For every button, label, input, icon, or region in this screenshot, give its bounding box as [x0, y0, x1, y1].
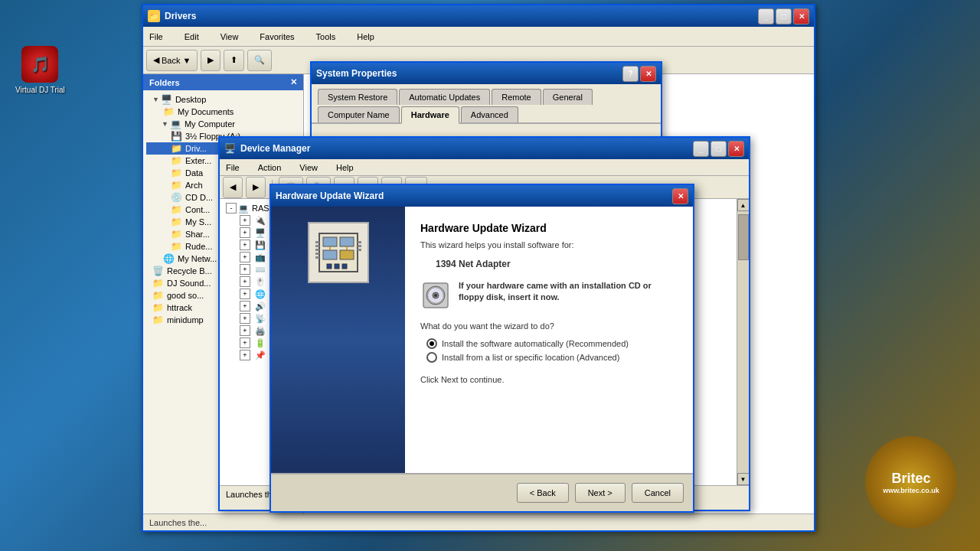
drivers-titlebar: 📁 Drivers _ □ ✕: [143, 5, 814, 27]
svg-rect-9: [315, 256, 319, 259]
folders-close-icon[interactable]: ✕: [290, 77, 297, 87]
drivers-forward-btn[interactable]: ▶: [201, 50, 220, 71]
wizard-radio-auto[interactable]: [426, 338, 437, 349]
drivers-maximize-btn[interactable]: □: [776, 8, 792, 24]
devmgr-minimize-btn[interactable]: _: [693, 141, 709, 157]
folders-header: Folders ✕: [143, 74, 303, 90]
drivers-menu-edit[interactable]: Edit: [181, 31, 202, 43]
data-icon: 📁: [171, 168, 182, 178]
svg-rect-6: [315, 245, 319, 247]
svg-rect-10: [358, 241, 361, 243]
wizard-cancel-button[interactable]: Cancel: [632, 483, 684, 503]
drivers-menu-help[interactable]: Help: [354, 31, 377, 43]
svg-rect-15: [327, 264, 332, 269]
wizard-option-auto[interactable]: Install the software automatically (Reco…: [426, 338, 678, 349]
folder-mycomputer[interactable]: ▼ 💻 My Computer: [146, 118, 300, 130]
hardware-update-wizard: Hardware Update Wizard ✕: [270, 184, 694, 513]
wizard-close-btn[interactable]: ✕: [672, 188, 688, 204]
back-arrow-icon: ◀: [153, 55, 159, 65]
devmgr-back-btn[interactable]: ◀: [223, 177, 243, 198]
scroll-down-arrow[interactable]: ▼: [737, 473, 750, 485]
devmgr-menu-view[interactable]: View: [296, 161, 321, 174]
drivers-menu-favorites[interactable]: Favorites: [256, 31, 297, 43]
devmgr-menubar: File Action View Help: [220, 159, 749, 176]
devmgr-item-11-icon: 🔋: [255, 338, 266, 348]
tab-automatic-updates[interactable]: Automatic Updates: [399, 89, 490, 105]
scroll-thumb[interactable]: [738, 214, 749, 260]
wizard-option-manual-label: Install from a list or specific location…: [442, 353, 619, 362]
tab-computer-name[interactable]: Computer Name: [318, 106, 400, 122]
drivers-menubar: File Edit View Favorites Tools Help: [143, 27, 814, 47]
devmgr-forward-btn[interactable]: ▶: [246, 177, 266, 198]
devmgr-maximize-btn[interactable]: □: [710, 141, 727, 157]
wizard-intro-text: This wizard helps you install software f…: [420, 240, 678, 249]
sys-props-titlebar: System Properties ? ✕: [312, 63, 661, 84]
devmgr-menu-action[interactable]: Action: [255, 161, 285, 174]
shar-icon: 📁: [171, 229, 182, 240]
britec-watermark: Britec www.britec.co.uk: [865, 436, 957, 528]
desktop-icon: 🖥️: [161, 94, 172, 105]
svg-rect-7: [315, 249, 319, 251]
devmgr-titlebar: 🖥️ Device Manager _ □ ✕: [220, 138, 749, 159]
drivers-close-btn[interactable]: ✕: [793, 8, 809, 24]
sys-props-tabs: System Restore Automatic Updates Remote …: [312, 84, 661, 124]
drivers-menu-file[interactable]: File: [146, 31, 166, 43]
vdj-label: Virtual DJ Trial: [15, 86, 65, 94]
devmgr-item-1-icon: 🔌: [255, 216, 266, 226]
floppy-icon: 💾: [171, 131, 182, 142]
recycle-icon: 🗑️: [152, 266, 164, 276]
devmgr-item-10-icon: 🖨️: [255, 326, 266, 336]
tab-system-restore[interactable]: System Restore: [318, 89, 397, 105]
folder-desktop[interactable]: ▼ 🖥️ Desktop: [146, 93, 300, 106]
vdj-desktop-icon[interactable]: 🎵 Virtual DJ Trial: [15, 46, 65, 94]
devmgr-item-2-icon: 🖥️: [255, 228, 266, 238]
wizard-next-button[interactable]: Next >: [575, 483, 626, 503]
devmgr-menu-help[interactable]: Help: [333, 161, 357, 174]
drivers-menu-tools[interactable]: Tools: [313, 31, 339, 43]
arch-icon: 📁: [171, 180, 182, 191]
tab-advanced[interactable]: Advanced: [461, 106, 518, 122]
ext-hd-icon: 📁: [171, 155, 182, 166]
devmgr-item-12-icon: 📌: [255, 350, 266, 360]
drivers-up-btn[interactable]: ⬆: [224, 50, 244, 71]
devmgr-item-6-icon: 🖱️: [255, 277, 266, 287]
devmgr-item-3-icon: 💾: [255, 240, 266, 250]
wizard-radio-manual[interactable]: [426, 352, 437, 363]
drivers-search-btn[interactable]: 🔍: [247, 50, 272, 71]
scroll-up-arrow[interactable]: ▲: [737, 199, 750, 211]
mydocs-icon: 📁: [163, 106, 175, 117]
tab-general[interactable]: General: [543, 89, 593, 105]
drivers-minimize-btn[interactable]: _: [758, 8, 774, 24]
britec-url: www.britec.co.uk: [883, 487, 939, 494]
drivers-back-btn[interactable]: ◀ Back ▼: [146, 50, 198, 71]
drivers-menu-view[interactable]: View: [217, 31, 242, 43]
drivers-statusbar: Launches the...: [143, 514, 814, 530]
sys-props-close-btn[interactable]: ✕: [640, 66, 656, 82]
wizard-back-button[interactable]: < Back: [517, 483, 569, 503]
folders-header-label: Folders: [149, 78, 180, 87]
wizard-question: What do you want the wizard to do?: [420, 321, 678, 331]
devmgr-close-btn[interactable]: ✕: [728, 141, 744, 157]
mynetwork-icon: 🌐: [163, 253, 175, 264]
wizard-footer: < Back Next > Cancel: [271, 473, 693, 511]
tab-hardware[interactable]: Hardware: [401, 106, 459, 124]
svg-rect-2: [340, 237, 354, 246]
search-icon: 🔍: [254, 55, 265, 65]
devmgr-title: Device Manager: [240, 143, 310, 154]
folder-mydocs[interactable]: 📁 My Documents: [146, 106, 300, 118]
wizard-content: Hardware Update Wizard This wizard helps…: [405, 207, 693, 473]
devmgr-root-icon: 💻: [238, 204, 249, 214]
devmgr-menu-file[interactable]: File: [223, 161, 243, 174]
wizard-cd-section: If your hardware came with an installati…: [420, 280, 678, 311]
wizard-option-manual[interactable]: Install from a list or specific location…: [426, 352, 678, 363]
devmgr-scrollbar[interactable]: ▲ ▼: [737, 199, 749, 485]
vdj-icon-image: 🎵: [21, 46, 58, 83]
svg-rect-4: [340, 250, 354, 259]
cont-icon: 📁: [171, 204, 182, 215]
wizard-icon-box: [308, 222, 369, 283]
wizard-title-text: Hardware Update Wizard: [420, 222, 678, 234]
tab-remote[interactable]: Remote: [492, 89, 541, 105]
devmgr-item-4-icon: 📺: [255, 253, 266, 262]
wizard-titlebar-btns: ✕: [672, 188, 688, 204]
sys-props-help-btn[interactable]: ?: [622, 66, 639, 82]
